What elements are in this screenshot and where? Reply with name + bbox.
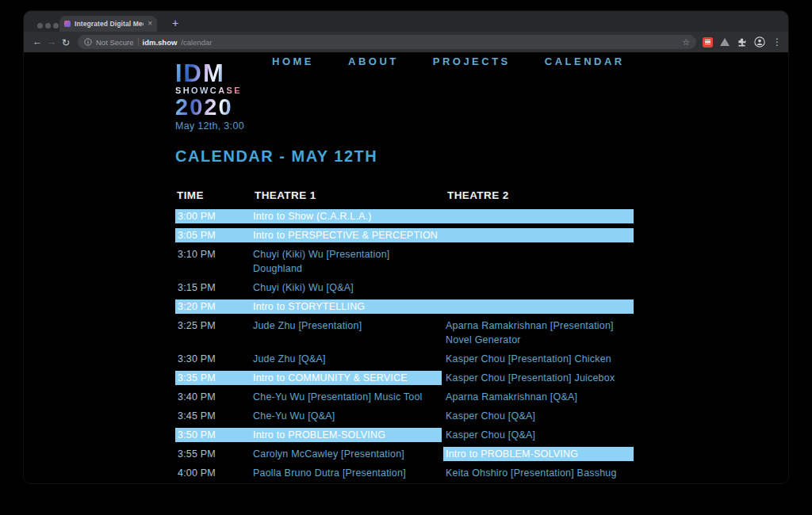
profile-avatar-icon[interactable]: [754, 36, 765, 48]
site-logo[interactable]: IDM SHOWCASE 2020: [175, 62, 243, 118]
table-row: 3:45 PM Che-Yu Wu [Q&A] Kasper Chou [Q&A…: [175, 409, 634, 423]
page-viewport: HOME ABOUT PROJECTS CALENDAR IDM SHOWCAS…: [24, 52, 788, 483]
nav-calendar[interactable]: CALENDAR: [545, 55, 625, 67]
row-theatre2: [446, 299, 634, 314]
row-theatre1: Intro to PERSPECTIVE & PERCEPTION: [253, 228, 446, 242]
row-theatre2: [446, 209, 634, 223]
row-time: 3:55 PM: [175, 447, 253, 461]
row-time: 3:30 PM: [175, 352, 253, 366]
minimize-window-button[interactable]: [45, 23, 51, 29]
logo-line-year: 2020: [175, 96, 243, 118]
new-tab-button[interactable]: +: [167, 16, 183, 32]
site-favicon-icon: [64, 21, 71, 27]
close-window-button[interactable]: [37, 23, 43, 29]
table-row: 3:05 PM Intro to PERSPECTIVE & PERCEPTIO…: [175, 228, 634, 242]
header-time: TIME: [175, 189, 253, 201]
row-theatre1: Jude Zhu [Presentation]: [253, 319, 446, 333]
reload-icon[interactable]: ↻: [59, 36, 73, 48]
page-title: CALENDAR - MAY 12TH: [175, 147, 788, 166]
row-theatre2: Intro to PROBLEM-SOLVING: [443, 447, 634, 461]
row-theatre2: Aparna Ramakrishnan [Q&A]: [446, 390, 634, 404]
row-theatre1: Intro to STORYTELLING: [253, 299, 446, 314]
table-row: 3:40 PM Che-Yu Wu [Presentation] Music T…: [175, 390, 634, 404]
browser-toolbar: ← → ↻ Not Secure idm.show /calendar ☆: [24, 32, 788, 52]
tab-strip: Integrated Digital Media Showcase × +: [24, 11, 788, 32]
url-divider: [138, 38, 139, 46]
table-row: 3:10 PM Chuyi (Kiki) Wu [Presentation] D…: [175, 247, 634, 276]
close-tab-icon[interactable]: ×: [147, 20, 152, 28]
header-theatre1: THEATRE 1: [253, 189, 446, 201]
nav-about[interactable]: ABOUT: [348, 55, 399, 67]
row-theatre2: Aparna Ramakrishnan [Presentation] Novel…: [446, 319, 634, 347]
extensions-area: ⋮: [703, 36, 782, 48]
table-row: 3:55 PM Carolyn McCawley [Presentation] …: [175, 447, 634, 461]
nav-home[interactable]: HOME: [272, 55, 314, 67]
table-row: 3:50 PM Intro to PROBLEM-SOLVING Kasper …: [175, 428, 634, 442]
row-theatre1: Intro to Show (C.A.R.L.A.): [253, 209, 446, 223]
menu-kebab-icon[interactable]: ⋮: [772, 37, 782, 47]
table-row: 3:15 PM Chuyi (Kiki) Wu [Q&A]: [175, 280, 634, 295]
extension-triangle-icon[interactable]: [720, 38, 730, 46]
row-theatre2: Kasper Chou [Q&A]: [446, 409, 634, 423]
table-row: 3:00 PM Intro to Show (C.A.R.L.A.): [175, 209, 634, 223]
table-row: 4:00 PM Paolla Bruno Dutra [Presentation…: [175, 466, 634, 480]
table-row: 3:20 PM Intro to STORYTELLING: [175, 299, 634, 314]
info-icon[interactable]: [84, 38, 92, 46]
table-row: 3:25 PM Jude Zhu [Presentation] Aparna R…: [175, 319, 634, 347]
url-path: /calendar: [181, 38, 678, 47]
fullscreen-window-button[interactable]: [53, 23, 59, 29]
row-time: 3:20 PM: [175, 299, 253, 314]
row-time: 3:25 PM: [175, 319, 253, 333]
row-time: 3:10 PM: [175, 247, 253, 261]
row-theatre1: Chuyi (Kiki) Wu [Q&A]: [253, 280, 446, 295]
logo-line-idm: IDM: [175, 62, 243, 86]
row-time: 3:05 PM: [175, 228, 253, 242]
row-time: 3:40 PM: [175, 390, 253, 404]
table-body: 3:00 PM Intro to Show (C.A.R.L.A.) 3:05 …: [175, 209, 634, 483]
table-row: 3:35 PM Intro to COMMUNITY & SERVICE Kas…: [175, 371, 634, 385]
tab-title: Integrated Digital Media Showcase: [75, 20, 144, 28]
main-content: IDM SHOWCASE 2020 May 12th, 3:00 CALENDA…: [24, 52, 788, 483]
header-theatre2: THEATRE 2: [446, 189, 634, 201]
browser-window: Integrated Digital Media Showcase × + ← …: [24, 11, 788, 483]
row-time: 3:35 PM: [175, 371, 253, 385]
row-theatre2: Kasper Chou [Presentation] Juicebox: [446, 371, 634, 385]
row-theatre1: Jude Zhu [Q&A]: [253, 352, 446, 366]
row-theatre2: [446, 280, 634, 295]
row-time: 3:15 PM: [175, 280, 253, 295]
extensions-puzzle-icon[interactable]: [737, 37, 747, 48]
url-host: idm.show: [143, 38, 178, 47]
row-time: 3:00 PM: [175, 209, 253, 223]
row-theatre1: Paolla Bruno Dutra [Presentation]: [253, 466, 446, 480]
table-row: 3:30 PM Jude Zhu [Q&A] Kasper Chou [Pres…: [175, 352, 634, 366]
row-theatre1: Chuyi (Kiki) Wu [Presentation] Doughland: [253, 247, 446, 276]
row-time: 4:00 PM: [175, 466, 253, 480]
forward-icon[interactable]: →: [44, 36, 59, 48]
row-theatre2: Kasper Chou [Q&A]: [446, 428, 634, 442]
row-theatre2: Keita Ohshiro [Presentation] Basshug: [446, 466, 634, 480]
row-time: 3:50 PM: [175, 428, 253, 442]
schedule-table: TIME THEATRE 1 THEATRE 2 3:00 PM Intro t…: [175, 189, 634, 483]
row-theatre2: [446, 228, 634, 242]
row-time: 3:45 PM: [175, 409, 253, 423]
row-theatre1: Che-Yu Wu [Presentation] Music Tool: [253, 390, 446, 404]
window-controls: [37, 23, 59, 29]
table-header-row: TIME THEATRE 1 THEATRE 2: [175, 189, 634, 201]
bookmark-star-icon[interactable]: ☆: [682, 37, 690, 48]
site-nav: HOME ABOUT PROJECTS CALENDAR: [272, 55, 625, 67]
back-icon[interactable]: ←: [30, 36, 44, 48]
security-label: Not Secure: [96, 38, 134, 47]
browser-tab[interactable]: Integrated Digital Media Showcase ×: [59, 16, 157, 32]
event-datetime: May 12th, 3:00: [175, 121, 788, 132]
row-theatre1: Che-Yu Wu [Q&A]: [253, 409, 446, 423]
row-theatre1: Intro to PROBLEM-SOLVING: [253, 428, 442, 442]
extension-red-icon[interactable]: [703, 37, 713, 48]
row-theatre1: Intro to COMMUNITY & SERVICE: [253, 371, 442, 385]
address-bar[interactable]: Not Secure idm.show /calendar ☆: [78, 35, 696, 49]
row-theatre2: [446, 247, 634, 261]
row-theatre2: Kasper Chou [Presentation] Chicken: [446, 352, 634, 366]
row-theatre1: Carolyn McCawley [Presentation]: [253, 447, 446, 461]
nav-projects[interactable]: PROJECTS: [433, 55, 511, 67]
